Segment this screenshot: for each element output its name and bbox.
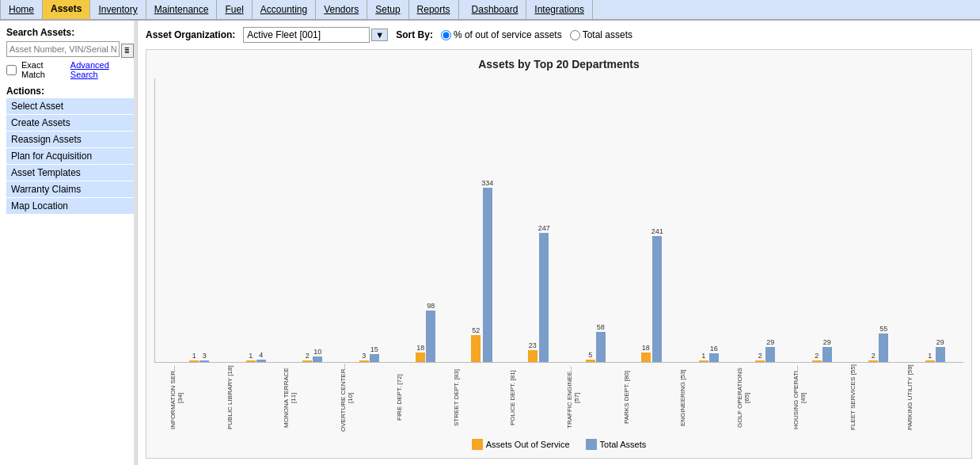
action-select-asset[interactable]: Select Asset [6,98,134,114]
bar-orange-value: 52 [472,326,480,334]
search-input[interactable] [6,41,120,57]
nav-item-home[interactable]: Home [0,0,43,19]
nav-item-integrations[interactable]: Integrations [526,0,593,19]
bar-blue: 29 [765,338,775,362]
bar-blue-rect [370,354,379,362]
search-assets-label: Search Assets: [6,27,134,38]
action-map-location[interactable]: Map Location [6,198,134,214]
action-asset-templates[interactable]: Asset Templates [6,165,134,181]
bar-blue: 15 [370,345,379,362]
bar-blue: 247 [538,224,550,362]
bar-blue-rect [765,347,775,362]
bar-group: 229 [794,78,851,362]
bar-orange: 23 [528,341,537,362]
bar-blue: 55 [879,325,888,362]
bars-wrapper: 1314210315189852334232475581824111622922… [154,78,963,363]
bar-orange-rect [246,360,256,362]
x-label: POLICE DEPT. [81] [510,363,567,434]
bar-pair: 129 [907,338,964,362]
bar-group: 14 [228,78,285,362]
advanced-search-link[interactable]: Advanced Search [70,60,134,79]
bar-pair: 229 [737,338,794,362]
actions-list: Select AssetCreate AssetsReassign Assets… [6,98,134,215]
x-label: PUBLIC LIBRARY [18] [227,363,284,434]
sort-options: % of out of service assets Total assets [441,29,632,40]
chart-area: 1314210315189852334232475581824111622922… [154,78,963,434]
sort-label: Sort By: [396,29,433,40]
content-area: Asset Organization: ▼ Sort By: % of out … [138,21,980,465]
bar-blue: 4 [256,351,266,362]
bar-orange-value: 2 [815,352,819,360]
nav-item-assets[interactable]: Assets [43,0,90,19]
bar-orange-rect [416,353,425,362]
nav-item-setup[interactable]: Setup [367,0,408,19]
bar-group: 52334 [454,78,511,362]
bar-orange: 2 [302,352,312,362]
sort-option-1[interactable]: % of out of service assets [441,29,562,40]
bar-pair: 23247 [511,224,568,362]
bar-blue-value: 58 [597,323,605,331]
x-label: MONONA TERRACE [11] [283,363,340,434]
bar-orange: 2 [868,352,878,362]
bar-blue-value: 10 [313,348,321,356]
exact-match-label: Exact Match [21,60,66,79]
bar-blue: 16 [709,345,719,362]
bar-pair: 558 [568,323,625,362]
org-dropdown-btn[interactable]: ▼ [371,29,388,41]
bar-blue-value: 241 [651,227,663,235]
bar-orange: 1 [246,352,256,362]
action-create-assets[interactable]: Create Assets [6,115,134,131]
bar-orange-value: 1 [249,352,253,360]
org-input[interactable] [243,27,370,43]
org-select: ▼ [243,27,388,43]
sort-radio-1[interactable] [441,30,451,40]
actions-label: Actions: [6,86,134,97]
bar-orange: 1 [925,352,935,362]
sort-radio-2[interactable] [570,30,580,40]
exact-match-checkbox[interactable] [6,65,17,75]
bar-blue: 3 [199,352,209,362]
bar-orange-rect [812,360,822,362]
x-label: GOLF OPERATIONS [65] [737,363,794,434]
bar-orange: 1 [189,352,199,362]
bar-blue-rect [539,233,549,362]
sort-option-2[interactable]: Total assets [570,29,632,40]
x-label: ENGINEERING [53] [680,363,737,434]
bar-blue-value: 334 [481,179,493,187]
bar-orange-rect [471,335,481,362]
bar-orange-rect [189,360,199,362]
bar-pair: 229 [794,338,851,362]
sidebar-divider[interactable] [134,21,137,465]
nav-item-accounting[interactable]: Accounting [253,0,316,19]
bar-orange-rect [359,360,369,362]
nav-item-vendors[interactable]: Vendors [316,0,367,19]
bar-blue-value: 29 [766,338,774,346]
bar-orange-rect [302,360,312,362]
bar-blue-value: 3 [203,352,207,360]
bar-blue-value: 247 [538,224,550,232]
nav-item-reports[interactable]: Reports [409,0,459,19]
nav-item-inventory[interactable]: Inventory [90,0,146,19]
action-warranty-claims[interactable]: Warranty Claims [6,181,134,197]
bar-orange-value: 1 [701,352,705,360]
bar-orange-rect [641,353,651,362]
x-label: FLEET SERVICES [55] [850,363,907,434]
bar-blue-rect [426,311,435,362]
bar-blue-value: 98 [427,302,435,310]
bar-orange-rect [699,360,708,362]
chart-title: Assets by Top 20 Departments [154,58,963,71]
nav-item-fuel[interactable]: Fuel [217,0,252,19]
bar-group: 129 [907,78,964,362]
bar-orange: 18 [641,344,651,362]
bar-blue-rect [596,332,606,362]
scan-icon[interactable]: ≣ [121,44,134,58]
bar-blue-value: 55 [879,325,887,333]
action-plan-for-acquisition[interactable]: Plan for Acquisition [6,148,134,164]
bar-blue-value: 16 [710,345,718,353]
legend-color-orange [472,439,483,450]
bar-orange-rect [586,360,595,362]
sort-option-2-label: Total assets [583,29,632,40]
nav-item-dashboard[interactable]: Dashboard [464,0,527,19]
nav-item-maintenance[interactable]: Maintenance [146,0,218,19]
action-reassign-assets[interactable]: Reassign Assets [6,131,134,147]
